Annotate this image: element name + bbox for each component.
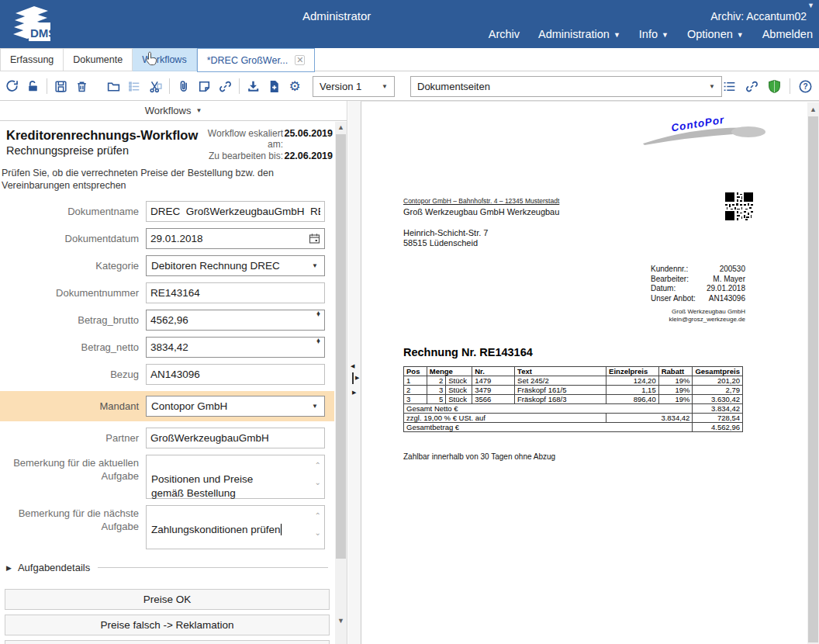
tab-workflows[interactable]: Workflows — [133, 48, 196, 71]
tab-erfassung[interactable]: Erfassung — [0, 48, 64, 71]
nav-optionen[interactable]: Optionen▼ — [687, 28, 744, 40]
toolbar-right-group: ? — [722, 78, 813, 94]
nav-administration[interactable]: Administration▼ — [538, 28, 620, 40]
field-label: Bezug — [0, 369, 146, 381]
workflow-abbrechen-button[interactable]: Workflow abbrechen — [5, 640, 330, 644]
splitter-handle[interactable] — [352, 372, 354, 384]
folder-icon[interactable] — [106, 79, 121, 94]
scroll-up-icon[interactable]: ▲ — [335, 122, 347, 133]
scroll-up-icon[interactable]: ▲ — [807, 104, 819, 116]
panel-splitter[interactable]: ◀ ▶ ▶ — [348, 101, 361, 644]
chevron-down-icon: ▼ — [613, 31, 620, 39]
partner-input[interactable] — [146, 428, 325, 448]
close-tab-icon[interactable]: ✕ — [295, 55, 305, 65]
bezug-input[interactable] — [146, 364, 325, 385]
chevron-down-icon: ▼ — [382, 83, 388, 90]
scrollbar-thumb[interactable] — [808, 116, 818, 642]
chevron-down-icon: ▼ — [737, 31, 744, 39]
delete-icon[interactable] — [74, 79, 89, 94]
expand-right-icon[interactable]: ▶ — [355, 375, 359, 380]
scrollbar-thumb[interactable] — [336, 134, 346, 559]
unlock-icon[interactable] — [26, 79, 40, 94]
left-panel-scrollbar[interactable]: ▲ ▼ — [335, 122, 347, 644]
view-dropdown[interactable]: Dokumentseiten▼ — [410, 76, 722, 97]
tab-dokumente[interactable]: Dokumente — [64, 48, 133, 71]
mandant-highlight-row: Mandant Contopor GmbH▼ — [0, 391, 334, 421]
nav-info[interactable]: Info▼ — [639, 28, 669, 40]
preise-ok-button[interactable]: Preise OK — [5, 589, 330, 610]
expander-arrow-icon: ▶ — [6, 564, 12, 572]
nav-abmelden[interactable]: Abmelden — [762, 28, 813, 40]
bemerkung-aktuell-textarea[interactable]: Positionen und Preise gemäß Bestellung ⌃… — [146, 455, 325, 499]
invoice-page: ContoPor Contopor GmbH – Bahnhofstr. 4 –… — [362, 102, 807, 644]
dokumentdatum-input[interactable] — [146, 228, 325, 249]
permissions-shield-icon[interactable] — [767, 79, 782, 94]
divider — [239, 78, 240, 94]
scroll-up-icon[interactable]: ⌃ — [315, 462, 321, 469]
text-cursor — [281, 524, 282, 535]
tab-document-drec[interactable]: *DREC GroßWer... ✕ — [197, 48, 316, 72]
collapse-left-icon[interactable]: ◀ — [351, 363, 354, 369]
archive-label: Archiv: Accantum02 — [710, 10, 807, 23]
payment-note: Zahlbar innerhalb von 30 Tagen ohne Abzu… — [403, 452, 555, 461]
main-nav: Archiv Administration▼ Info▼ Optionen▼ A… — [489, 28, 813, 40]
aufgabendetails-expander[interactable]: ▶ Aufgabendetails — [6, 562, 328, 573]
invoice-table: Pos Menge Nr. Text Einzelpreis Rabatt Ge… — [403, 366, 743, 432]
nav-archiv[interactable]: Archiv — [489, 28, 520, 40]
attachment-icon[interactable] — [176, 79, 191, 94]
scroll-down-icon[interactable]: ▼ — [335, 615, 347, 627]
document-link-icon[interactable] — [745, 79, 759, 94]
settings-gear-icon[interactable]: ⚙ — [288, 79, 302, 94]
scroll-down-icon[interactable]: ⌄ — [315, 529, 321, 537]
divider — [47, 78, 47, 94]
svg-text:?: ? — [803, 81, 807, 90]
document-toolbar: ⚙ Version 1▼ Dokumentseiten▼ ? — [0, 72, 819, 101]
due-label: Zu bearbeiten bis: — [199, 151, 283, 161]
chevron-down-icon: ▼ — [195, 107, 202, 114]
kategorie-select[interactable]: Debitoren Rechnung DREC▼ — [146, 255, 325, 276]
index-list-icon[interactable] — [722, 79, 737, 94]
field-label: Dokumentnummer — [0, 287, 146, 299]
corner-dropdown-icon[interactable]: ▼ — [807, 2, 814, 9]
split-document-icon[interactable] — [148, 79, 163, 94]
link-icon[interactable] — [218, 79, 233, 94]
number-stepper[interactable]: ▲▼ — [316, 313, 321, 315]
betrag-netto-input[interactable] — [146, 337, 325, 358]
dokumentname-input[interactable] — [146, 201, 325, 222]
help-icon[interactable]: ? — [798, 79, 813, 94]
mandant-select[interactable]: Contopor GmbH▼ — [146, 396, 325, 417]
mouse-cursor-icon — [146, 51, 160, 71]
table-row: 35 Stück3566 Fräskopf 168/3896,40 19%3.6… — [404, 395, 743, 404]
refresh-icon[interactable] — [5, 79, 19, 94]
escalation-date: 25.06.2019 — [283, 128, 333, 151]
qr-code — [725, 192, 753, 223]
add-document-icon[interactable] — [267, 79, 282, 94]
scroll-up-icon[interactable]: ⌃ — [315, 512, 321, 520]
panel-dropdown[interactable]: Workflows▼ — [0, 101, 347, 121]
number-stepper[interactable]: ▲▼ — [316, 340, 321, 342]
table-row: 12 Stück1479 Set 245/2124,20 19%201,20 — [404, 376, 743, 386]
bemerkung-naechste-textarea[interactable]: Zahlungskonditionen prüfen ⌃ ⌄ — [146, 505, 325, 549]
workflow-subtitle: Rechnungspreise prüfen — [6, 144, 199, 157]
chevron-down-icon: ▼ — [709, 83, 715, 90]
preise-falsch-button[interactable]: Preise falsch -> Reklamation — [5, 615, 330, 635]
import-icon[interactable] — [246, 79, 261, 94]
supplier-small-print: Groß Werkzeugbau GmbH klein@grosz_werkze… — [626, 308, 745, 324]
document-scrollbar[interactable]: ▲ — [807, 102, 819, 644]
version-dropdown[interactable]: Version 1▼ — [313, 76, 395, 97]
dokumentnummer-input[interactable] — [146, 282, 325, 303]
recipient-address: Heinrich-Schicht-Str. 7 58515 Lüdenschei… — [403, 228, 488, 248]
expand-right-icon[interactable]: ▶ — [352, 390, 356, 395]
field-label: Mandant — [0, 400, 146, 413]
note-icon[interactable] — [197, 79, 212, 94]
workflow-dates: Workflow eskaliert am: 25.06.2019 Zu bea… — [199, 128, 333, 161]
divider — [790, 78, 790, 94]
betrag-brutto-input[interactable] — [146, 310, 325, 331]
scroll-down-icon[interactable]: ⌄ — [315, 479, 321, 486]
app-header: DMS Administrator Archiv: Accantum02 ▼ A… — [0, 0, 819, 48]
calendar-icon[interactable] — [309, 233, 320, 248]
due-date: 22.06.2019 — [283, 151, 333, 161]
chevron-down-icon: ▼ — [312, 403, 318, 410]
save-icon[interactable] — [54, 79, 68, 94]
escalation-label: Workflow eskaliert am: — [199, 128, 283, 151]
